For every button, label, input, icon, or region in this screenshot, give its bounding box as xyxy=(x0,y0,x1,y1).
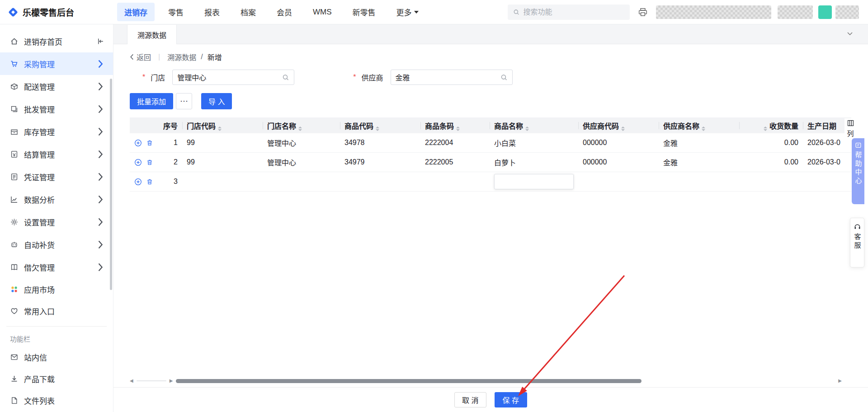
col-header-receive-qty[interactable]: 收货数量 xyxy=(739,117,803,133)
col-header-product-code[interactable]: 商品代码 xyxy=(340,117,420,133)
col-header-store-name[interactable]: 门店名称 xyxy=(263,117,340,133)
sidebar-item-downloads[interactable]: 产品下载 xyxy=(0,368,113,389)
nav-item-reports[interactable]: 报表 xyxy=(197,3,227,21)
sidebar-item-settlement[interactable]: 结算管理 xyxy=(0,143,113,165)
sidebar-scrollbar[interactable] xyxy=(110,79,112,290)
save-button[interactable]: 保 存 xyxy=(495,392,527,407)
footer-actions: 取 消 保 存 xyxy=(113,387,868,412)
redacted-account xyxy=(835,5,859,19)
collapse-sidebar-icon[interactable] xyxy=(96,37,105,46)
sort-icon[interactable] xyxy=(456,126,460,131)
chevron-right-icon xyxy=(96,218,105,226)
col-header-supplier-name[interactable]: 供应商名称 xyxy=(659,117,739,133)
import-button[interactable]: 导 入 xyxy=(201,93,232,109)
col-header-store-code[interactable]: 门店代码 xyxy=(182,117,263,133)
nav-item-members[interactable]: 会员 xyxy=(269,3,299,21)
nav-item-new-retail[interactable]: 新零售 xyxy=(345,3,383,21)
col-header-barcode[interactable]: 商品条码 xyxy=(420,117,490,133)
store-field[interactable] xyxy=(172,70,294,85)
sidebar-item-delivery[interactable]: 配送管理 xyxy=(0,75,113,98)
sidebar-item-home[interactable]: 进销存首页 xyxy=(0,30,113,52)
app-market-icon xyxy=(10,285,19,294)
sidebar-item-inbox[interactable]: 站内信 xyxy=(0,346,113,368)
sort-icon[interactable] xyxy=(621,126,625,131)
sidebar-item-auto-replenish[interactable]: 自动补货 xyxy=(0,233,113,256)
sidebar-item-wholesale[interactable]: 批发管理 xyxy=(0,98,113,120)
avatar[interactable] xyxy=(818,5,832,19)
col-header-production-date[interactable]: 生产日期 xyxy=(803,117,851,133)
headset-icon xyxy=(854,223,861,230)
heart-icon xyxy=(10,307,19,315)
logo-text: 乐檬零售后台 xyxy=(23,6,74,18)
row-seq: 1 xyxy=(174,139,178,147)
cell-product-code: 34978 xyxy=(340,133,420,153)
scrollbar-track[interactable] xyxy=(176,379,835,383)
nav-item-inventory[interactable]: 进销存 xyxy=(117,3,155,21)
search-icon[interactable] xyxy=(500,74,508,81)
help-center-tab[interactable]: 帮助中心 xyxy=(852,138,864,204)
column-settings-button[interactable]: 列 xyxy=(844,118,856,139)
sidebar-item-voucher[interactable]: 凭证管理 xyxy=(0,165,113,188)
nav-item-wms[interactable]: WMS xyxy=(306,4,339,20)
print-button[interactable] xyxy=(638,7,648,17)
back-button[interactable]: 返回 xyxy=(130,52,151,62)
scrollbar-mini-track[interactable] xyxy=(137,380,166,381)
store-input[interactable] xyxy=(177,73,282,81)
row-seq: 2 xyxy=(174,158,178,166)
sidebar-item-favorites[interactable]: 常用入口 xyxy=(0,300,113,322)
col-header-supplier-code[interactable]: 供应商代码 xyxy=(578,117,659,133)
global-search[interactable] xyxy=(508,5,630,20)
sort-icon[interactable] xyxy=(764,126,767,131)
sort-icon[interactable] xyxy=(525,126,529,131)
horizontal-scrollbar[interactable]: ◀ ▶ ▶ xyxy=(130,379,842,383)
book-icon xyxy=(10,263,19,272)
delete-row-icon[interactable] xyxy=(146,139,153,147)
col-header-seq: 序号 xyxy=(130,117,182,133)
sidebar-item-file-list[interactable]: 文件列表 xyxy=(0,389,113,411)
nav-item-archives[interactable]: 档案 xyxy=(233,3,263,21)
add-row-icon[interactable] xyxy=(134,159,142,166)
cell-product-name: 小白菜 xyxy=(490,133,578,153)
nav-item-retail[interactable]: 零售 xyxy=(161,3,191,21)
sidebar-item-app-market[interactable]: 应用市场 xyxy=(0,278,113,300)
cell-production-date: 2026-03-0 xyxy=(803,153,851,172)
customer-service-button[interactable]: 客服 xyxy=(850,218,864,267)
chart-icon xyxy=(10,195,19,204)
product-name-input[interactable] xyxy=(494,174,574,189)
breadcrumb-parent[interactable]: 溯源数据 xyxy=(167,52,196,62)
sidebar-item-analytics[interactable]: 数据分析 xyxy=(0,188,113,211)
scrollbar-thumb[interactable] xyxy=(176,379,642,383)
add-row-icon[interactable] xyxy=(134,178,142,186)
cell-barcode xyxy=(420,172,490,192)
nav-item-more[interactable]: 更多 xyxy=(389,3,426,21)
sidebar-item-debt[interactable]: 借欠管理 xyxy=(0,256,113,278)
sort-icon[interactable] xyxy=(298,126,302,131)
sidebar-item-settings[interactable]: 设置管理 xyxy=(0,211,113,233)
cell-seq: 2 xyxy=(130,153,182,172)
more-actions-button[interactable]: ⋯ xyxy=(176,93,192,109)
supplier-input[interactable] xyxy=(396,73,500,81)
collapse-tabs-icon[interactable] xyxy=(846,30,854,39)
scroll-left-arrow[interactable]: ◀ xyxy=(130,379,133,383)
scroll-right-arrow[interactable]: ▶ xyxy=(838,379,842,383)
delete-row-icon[interactable] xyxy=(146,178,153,186)
sort-icon[interactable] xyxy=(702,126,705,131)
cell-supplier-name: 金雅 xyxy=(659,133,739,153)
sort-icon[interactable] xyxy=(218,126,222,131)
sidebar-item-stock[interactable]: 库存管理 xyxy=(0,120,113,143)
tab-traceability-data[interactable]: 溯源数据 xyxy=(127,25,177,44)
cancel-button[interactable]: 取 消 xyxy=(454,392,486,407)
sidebar-item-purchase[interactable]: 采购管理 xyxy=(0,52,113,75)
search-icon[interactable] xyxy=(282,74,289,81)
batch-add-button[interactable]: 批量添加 xyxy=(130,93,173,109)
sort-icon[interactable] xyxy=(376,126,379,131)
add-row-icon[interactable] xyxy=(134,139,142,147)
cell-supplier-code xyxy=(578,172,659,192)
breadcrumb-separator: / xyxy=(201,53,203,61)
supplier-field[interactable] xyxy=(391,70,513,85)
chevron-right-icon xyxy=(96,60,105,68)
col-header-product-name[interactable]: 商品名称 xyxy=(490,117,578,133)
delete-row-icon[interactable] xyxy=(146,159,153,166)
search-input[interactable] xyxy=(524,8,624,16)
scroll-right-arrow-mini[interactable]: ▶ xyxy=(170,379,173,383)
